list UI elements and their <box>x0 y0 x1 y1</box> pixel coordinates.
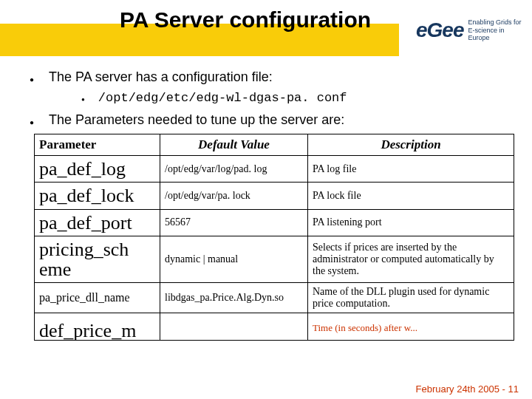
logo-mark: eGee <box>416 18 464 42</box>
page-title: PA Server configuration <box>120 7 371 33</box>
table-row: pa_def_port56567PA listening port <box>35 209 514 236</box>
param-name: pa_def_port <box>35 209 160 236</box>
bullet-dot-icon: ● <box>81 96 85 103</box>
table-row: pa_def_lock/opt/edg/var/pa. lockPA lock … <box>35 183 514 209</box>
config-path: /opt/edg/etc/edg-wl-dgas-pa. conf <box>98 91 347 105</box>
param-description: Time (in seconds) after w... <box>308 315 514 341</box>
bullet-config-file: ● The PA server has a configuration file… <box>30 69 511 85</box>
param-name: pa_def_lock <box>35 183 160 209</box>
param-default: 56567 <box>160 209 308 236</box>
param-description: PA log file <box>308 156 514 183</box>
logo-tagline: Enabling Grids for E-science in Europe <box>468 18 524 41</box>
param-default: /opt/edg/var/log/pad. log <box>160 156 308 183</box>
col-description: Description <box>308 134 514 156</box>
param-name: pa_def_log <box>35 156 160 183</box>
logo-line2: E-science in Europe <box>468 27 524 42</box>
bullet-text: The Parameters needed to tune up the ser… <box>49 112 344 128</box>
egee-logo: eGee Enabling Grids for E-science in Eur… <box>416 4 523 56</box>
param-description: Name of the DLL plugin used for dynamic … <box>308 283 514 313</box>
parameters-table: Parameter Default Value Description pa_d… <box>34 134 514 341</box>
table-row-cutoff: def_price_mTime (in seconds) after w... <box>35 313 514 340</box>
param-default: libdgas_pa.Price.Alg.Dyn.so <box>160 283 308 313</box>
bullet-text: The PA server has a configuration file: <box>49 69 273 85</box>
content: ● The PA server has a configuration file… <box>0 61 532 341</box>
param-name: pa_price_dll_name <box>35 283 160 313</box>
bullet-dot-icon: ● <box>30 118 34 126</box>
param-name: pricing_sch eme <box>35 236 160 283</box>
param-description: PA listening port <box>308 209 514 236</box>
table-row: pa_def_log/opt/edg/var/log/pad. logPA lo… <box>35 156 514 183</box>
bullet-config-path: ● /opt/edg/etc/edg-wl-dgas-pa. conf <box>81 91 511 105</box>
bullet-dot-icon: ● <box>30 75 34 83</box>
table-header-row: Parameter Default Value Description <box>35 134 514 156</box>
logo-line1: Enabling Grids for <box>468 18 524 26</box>
param-name: def_price_m <box>35 318 160 344</box>
table-row: pricing_sch emedynamic | manualSelects i… <box>35 236 514 283</box>
footer-date: February 24th 2005 - 11 <box>416 383 519 395</box>
param-description: Selects if prices are inserted by the ad… <box>308 236 514 283</box>
param-description: PA lock file <box>308 183 514 209</box>
param-default: dynamic | manual <box>160 236 308 283</box>
bullet-parameters: ● The Parameters needed to tune up the s… <box>30 112 511 128</box>
param-default <box>160 315 308 341</box>
col-default-value: Default Value <box>160 134 308 156</box>
header: PA Server configuration eGee Enabling Gr… <box>0 0 532 61</box>
table-row: pa_price_dll_namelibdgas_pa.Price.Alg.Dy… <box>35 283 514 313</box>
param-default: /opt/edg/var/pa. lock <box>160 183 308 209</box>
col-parameter: Parameter <box>35 134 160 156</box>
